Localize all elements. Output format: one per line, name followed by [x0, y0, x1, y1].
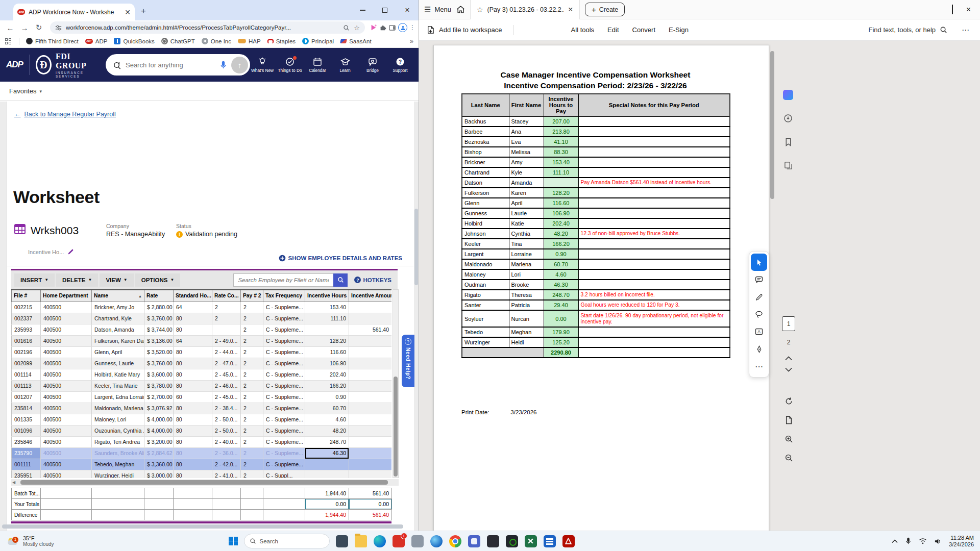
weather-widget[interactable]: 1 35°FMostly cloudy	[0, 535, 60, 547]
cell-tax[interactable]: C - Suppleme...	[263, 425, 305, 436]
options-menu-button[interactable]: OPTIONS▼	[135, 273, 181, 287]
taskbar-clock[interactable]: 11:28 AM 3/24/2026	[949, 535, 974, 548]
cell-rateco[interactable]: 2	[212, 313, 241, 324]
highlight-tool[interactable]	[751, 288, 767, 306]
cell-pay2[interactable]: 2	[241, 436, 263, 447]
grid-row[interactable]: 002196400500Glenn, April$ 3,520.00802 - …	[12, 346, 392, 358]
cell-rate[interactable]: $ 3,760.00	[144, 358, 174, 369]
cell-amount[interactable]	[349, 425, 392, 436]
cell-rateco[interactable]: 2 - 50.0...	[212, 414, 241, 425]
bookmark-icon[interactable]	[782, 136, 794, 147]
quickbooks-app-icon[interactable]	[506, 535, 518, 547]
cell-name[interactable]: Largent, Edna Lorraine	[92, 391, 144, 403]
cell-pay2[interactable]: 2	[241, 346, 263, 358]
cell-hours[interactable]: 111.10	[305, 313, 349, 324]
your-total-amount[interactable]: 0.00	[349, 499, 392, 510]
more-tools[interactable]: ⋯	[751, 358, 767, 375]
refresh-icon[interactable]	[785, 397, 793, 406]
col-incentive-amount[interactable]: Incentive Amount	[349, 290, 392, 302]
teams-icon[interactable]	[468, 535, 480, 547]
cell-file[interactable]: 235790	[12, 447, 41, 459]
page-1-thumbnail[interactable]: 1	[782, 316, 795, 331]
cell-tax[interactable]: C - Suppleme...	[263, 324, 305, 335]
hidden-icons-chevron[interactable]	[892, 539, 898, 543]
employee-search-button[interactable]	[333, 273, 348, 287]
cell-pay2[interactable]: 2	[241, 358, 263, 369]
tab-close-icon[interactable]: ✕	[568, 6, 573, 13]
acrobat-document-tab[interactable]: ☆ (Pay 3) 01.23.26 - 03.22.2... ✕	[470, 0, 580, 19]
cell-name[interactable]: Wurzinger, Heidi	[92, 470, 144, 478]
col-tax-frequency[interactable]: Tax Frequency	[263, 290, 305, 302]
browser-menu-icon[interactable]: ⋮	[409, 24, 414, 31]
bookmark-staples[interactable]: Staples	[267, 38, 296, 44]
cell-tax[interactable]: C - Suppleme...	[263, 346, 305, 358]
cell-std[interactable]: 80	[174, 324, 212, 335]
cell-tax[interactable]: C - Suppleme...	[263, 403, 305, 414]
cell-tax[interactable]: C - Suppl...	[263, 470, 305, 478]
col-file[interactable]: File #	[12, 290, 41, 302]
show-employee-details-link[interactable]: SHOW EMPLOYEE DETAILS AND RATES	[279, 255, 402, 262]
all-tools-menu[interactable]: All tools	[571, 26, 595, 34]
cell-dept[interactable]: 400500	[41, 470, 92, 478]
cell-file[interactable]: 235814	[12, 403, 41, 414]
cell-dept[interactable]: 400500	[41, 358, 92, 369]
cell-hours[interactable]	[305, 459, 349, 470]
grid-row[interactable]: 001616400500Fulkerson, Karen Danz$ 3,136…	[12, 335, 392, 346]
nav-support[interactable]: ? Support	[388, 57, 412, 73]
convert-menu[interactable]: Convert	[632, 26, 656, 34]
cell-tax[interactable]: C - Suppleme...	[263, 313, 305, 324]
create-button[interactable]: +Create	[585, 3, 625, 16]
wifi-icon[interactable]	[919, 538, 927, 544]
grid-row[interactable]: 235846400500Rigato, Teri Andrea$ 3,200.0…	[12, 436, 392, 447]
cell-dept[interactable]: 400500	[41, 403, 92, 414]
browser-minimize-button[interactable]	[351, 0, 374, 20]
browser-maximize-button[interactable]	[374, 0, 396, 20]
favorites-label[interactable]: Favorites	[9, 87, 36, 95]
grid-row[interactable]: 001096400500Ouzounian, Cynthia ...$ 4,00…	[12, 425, 392, 436]
acrobat-maximize-button[interactable]	[952, 5, 953, 14]
cell-std[interactable]: 64	[174, 335, 212, 346]
cell-amount[interactable]	[349, 380, 392, 391]
file-explorer-icon[interactable]	[355, 535, 367, 547]
bookmark-adp[interactable]: ADPADP	[85, 38, 108, 44]
comment-tool[interactable]	[751, 271, 767, 288]
cell-std[interactable]: 80	[174, 369, 212, 380]
chrome-icon[interactable]	[449, 535, 461, 547]
bookmarks-overflow-icon[interactable]: »	[410, 37, 413, 45]
cell-rateco[interactable]: 2 - 46.0...	[212, 380, 241, 391]
bookmark-principal[interactable]: Principal	[302, 38, 334, 44]
cell-name[interactable]: Keeler, Tina Marie	[92, 380, 144, 391]
cell-file[interactable]: 001114	[12, 369, 41, 380]
zoom-in-icon[interactable]	[785, 435, 793, 443]
page-horizontal-scrollbar[interactable]	[2, 524, 403, 529]
cell-std[interactable]: 80	[174, 425, 212, 436]
cell-amount[interactable]	[349, 447, 392, 459]
cell-amount[interactable]	[349, 391, 392, 403]
cell-rateco[interactable]: 2	[212, 302, 241, 313]
cell-rateco[interactable]: 2 - 49.0...	[212, 335, 241, 346]
hotkeys-button[interactable]: ?HOTKEYS	[354, 277, 391, 283]
settings-icon[interactable]	[411, 535, 424, 547]
zoom-page-icon[interactable]	[343, 24, 350, 31]
cell-name[interactable]: Ouzounian, Cynthia ...	[92, 425, 144, 436]
collapse-up-icon[interactable]	[785, 356, 792, 361]
cell-dept[interactable]: 400500	[41, 425, 92, 436]
cell-pay2[interactable]: 2	[241, 391, 263, 403]
cell-std[interactable]: 80	[174, 403, 212, 414]
adp-search-bar[interactable]: ↑	[106, 54, 250, 76]
cell-rate[interactable]: $ 3,520.00	[144, 346, 174, 358]
cell-rate[interactable]: $ 2,880.00	[144, 302, 174, 313]
cell-rateco[interactable]: 2 - 50.0...	[212, 425, 241, 436]
home-icon[interactable]	[456, 5, 465, 14]
esign-menu[interactable]: E-Sign	[669, 26, 689, 34]
cell-pay2[interactable]: 2	[241, 459, 263, 470]
cell-hours[interactable]: 153.40	[305, 302, 349, 313]
cell-hours[interactable]: 128.20	[305, 335, 349, 346]
browser-app-icon[interactable]	[430, 535, 443, 547]
cell-hours[interactable]: 248.70	[305, 436, 349, 447]
find-tools-button[interactable]: Find text, tools, or help	[868, 26, 947, 34]
col-rate-code[interactable]: Rate Co...	[212, 290, 241, 302]
pdf-scrollbar[interactable]	[770, 51, 774, 525]
cell-file[interactable]: 001616	[12, 335, 41, 346]
scrollbar-thumb[interactable]	[20, 480, 388, 485]
